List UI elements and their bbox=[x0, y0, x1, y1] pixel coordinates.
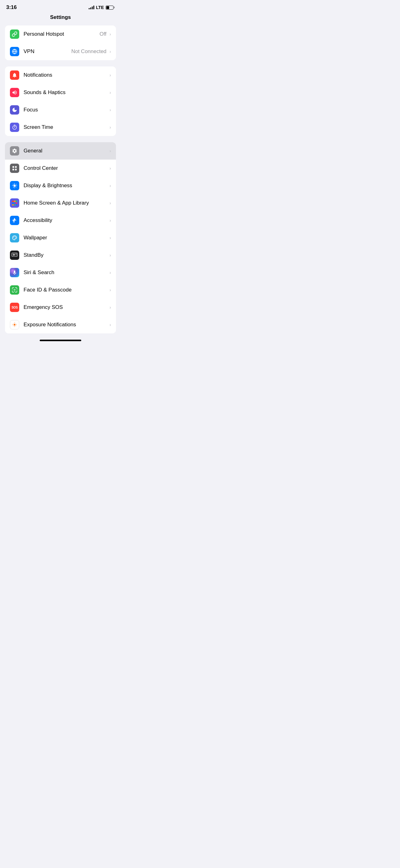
emergency-sos-icon: SOS bbox=[10, 303, 19, 312]
display-icon bbox=[10, 181, 19, 190]
accessibility-row[interactable]: Accessibility › bbox=[5, 212, 116, 229]
vpn-chevron: › bbox=[109, 49, 111, 54]
screen-time-row[interactable]: Screen Time › bbox=[5, 119, 116, 136]
wallpaper-chevron: › bbox=[109, 235, 111, 240]
home-indicator bbox=[40, 340, 81, 341]
sounds-haptics-row[interactable]: Sounds & Haptics › bbox=[5, 84, 116, 101]
control-center-content: Control Center › bbox=[24, 165, 111, 172]
svg-point-17 bbox=[14, 237, 14, 237]
general-row[interactable]: General › bbox=[5, 142, 116, 160]
svg-rect-24 bbox=[15, 254, 16, 254]
svg-rect-3 bbox=[15, 166, 17, 168]
vpn-value: Not Connected bbox=[71, 49, 106, 55]
svg-point-28 bbox=[14, 326, 15, 327]
focus-label: Focus bbox=[24, 107, 38, 113]
svg-rect-2 bbox=[12, 166, 14, 168]
emergency-sos-content: Emergency SOS › bbox=[24, 304, 111, 310]
home-screen-chevron: › bbox=[109, 200, 111, 206]
svg-point-26 bbox=[14, 324, 15, 326]
display-label: Display & Brightness bbox=[24, 183, 72, 189]
status-bar: 3:16 LTE bbox=[0, 0, 121, 13]
vpn-icon bbox=[10, 47, 19, 56]
general-content: General › bbox=[24, 148, 111, 154]
battery-indicator bbox=[106, 6, 115, 10]
svg-point-27 bbox=[14, 322, 15, 323]
svg-rect-4 bbox=[12, 169, 14, 170]
status-time: 3:16 bbox=[6, 4, 17, 10]
svg-point-30 bbox=[16, 324, 17, 325]
screen-time-content: Screen Time › bbox=[24, 124, 111, 130]
accessibility-label: Accessibility bbox=[24, 217, 53, 223]
face-id-chevron: › bbox=[109, 287, 111, 292]
focus-content: Focus › bbox=[24, 107, 111, 113]
standby-content: StandBy › bbox=[24, 252, 111, 258]
siri-chevron: › bbox=[109, 270, 111, 275]
svg-point-34 bbox=[15, 326, 16, 326]
face-id-icon bbox=[10, 285, 19, 294]
svg-rect-8 bbox=[16, 200, 17, 202]
home-screen-label: Home Screen & App Library bbox=[24, 200, 89, 206]
display-content: Display & Brightness › bbox=[24, 183, 111, 189]
focus-row[interactable]: Focus › bbox=[5, 101, 116, 119]
vpn-row[interactable]: VPN Not Connected › bbox=[5, 43, 116, 60]
wallpaper-content: Wallpaper › bbox=[24, 235, 111, 241]
hotspot-chevron: › bbox=[109, 32, 111, 37]
signal-bars bbox=[89, 6, 94, 9]
general-icon bbox=[10, 146, 19, 156]
face-id-row[interactable]: Face ID & Passcode › bbox=[5, 281, 116, 299]
personal-hotspot-row[interactable]: Personal Hotspot Off › bbox=[5, 26, 116, 43]
home-screen-row[interactable]: Home Screen & App Library › bbox=[5, 194, 116, 212]
standby-row[interactable]: StandBy › bbox=[5, 247, 116, 264]
home-screen-icon bbox=[10, 198, 19, 208]
svg-rect-14 bbox=[16, 204, 17, 206]
screen-time-label: Screen Time bbox=[24, 124, 53, 130]
svg-point-16 bbox=[13, 238, 14, 238]
notifications-content: Notifications › bbox=[24, 72, 111, 78]
siri-search-row[interactable]: Siri & Search › bbox=[5, 264, 116, 281]
vpn-label: VPN bbox=[24, 49, 34, 55]
svg-rect-10 bbox=[14, 203, 15, 204]
general-group: General › Control Center › Display & Bri… bbox=[5, 142, 116, 333]
sounds-icon bbox=[10, 88, 19, 97]
vpn-content: VPN Not Connected › bbox=[24, 49, 111, 55]
face-id-content: Face ID & Passcode › bbox=[24, 287, 111, 293]
hotspot-icon bbox=[10, 30, 19, 39]
svg-rect-13 bbox=[14, 204, 15, 206]
svg-point-18 bbox=[15, 237, 15, 237]
standby-icon bbox=[10, 251, 19, 260]
sounds-chevron: › bbox=[109, 90, 111, 95]
hotspot-label: Personal Hotspot bbox=[24, 31, 64, 37]
siri-label: Siri & Search bbox=[24, 270, 54, 276]
page-title: Settings bbox=[0, 13, 121, 26]
wallpaper-label: Wallpaper bbox=[24, 235, 47, 241]
control-center-chevron: › bbox=[109, 166, 111, 171]
svg-point-31 bbox=[13, 323, 14, 324]
accessibility-chevron: › bbox=[109, 218, 111, 223]
svg-point-32 bbox=[15, 323, 16, 324]
display-brightness-row[interactable]: Display & Brightness › bbox=[5, 177, 116, 194]
control-center-icon bbox=[10, 164, 19, 173]
hotspot-content: Personal Hotspot Off › bbox=[24, 31, 111, 37]
screen-time-icon bbox=[10, 123, 19, 132]
accessibility-content: Accessibility › bbox=[24, 217, 111, 223]
notifications-row[interactable]: Notifications › bbox=[5, 66, 116, 84]
control-center-label: Control Center bbox=[24, 165, 58, 172]
standby-label: StandBy bbox=[24, 252, 43, 258]
home-screen-content: Home Screen & App Library › bbox=[24, 200, 111, 206]
siri-icon bbox=[10, 268, 19, 277]
sounds-content: Sounds & Haptics › bbox=[24, 89, 111, 96]
control-center-row[interactable]: Control Center › bbox=[5, 160, 116, 177]
sounds-label: Sounds & Haptics bbox=[24, 89, 65, 96]
standby-chevron: › bbox=[109, 253, 111, 258]
exposure-content: Exposure Notifications › bbox=[24, 321, 111, 328]
svg-rect-6 bbox=[12, 200, 14, 202]
emergency-sos-row[interactable]: SOS Emergency SOS › bbox=[5, 299, 116, 316]
focus-icon bbox=[10, 105, 19, 115]
exposure-notifications-row[interactable]: Exposure Notifications › bbox=[5, 316, 116, 333]
connectivity-group: Personal Hotspot Off › VPN Not Connected… bbox=[5, 26, 116, 60]
svg-rect-11 bbox=[16, 203, 17, 204]
wallpaper-row[interactable]: Wallpaper › bbox=[5, 229, 116, 247]
emergency-sos-chevron: › bbox=[109, 305, 111, 310]
display-chevron: › bbox=[109, 183, 111, 188]
svg-point-19 bbox=[15, 238, 16, 238]
